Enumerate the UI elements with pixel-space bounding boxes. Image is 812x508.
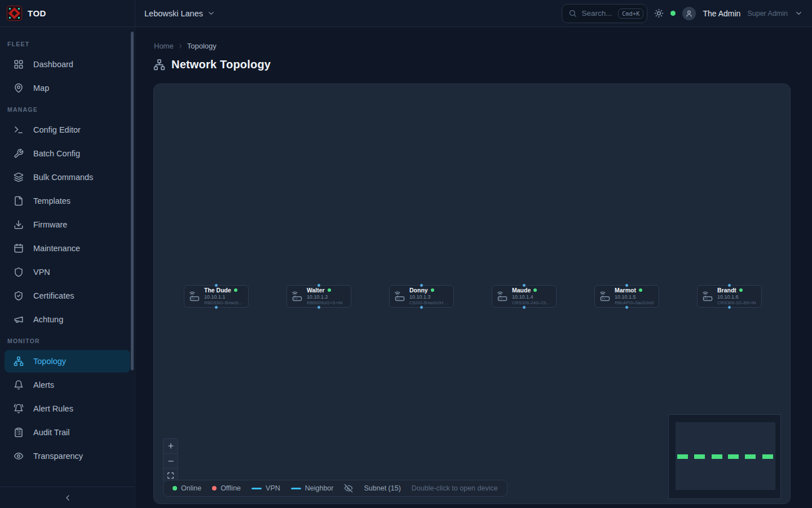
connection-handle-bottom[interactable]	[727, 305, 731, 309]
sidebar-item-achtung[interactable]: Achtung	[5, 308, 130, 331]
sidebar-item-audit-trail[interactable]: Audit Trail	[5, 421, 130, 444]
topology-node-marmot[interactable]: Marmot 10.10.1.5 RBcAPGi-5acD2nD	[594, 285, 659, 308]
minimap-node	[762, 454, 773, 459]
bell-icon	[14, 380, 24, 390]
connection-handle-bottom[interactable]	[522, 305, 526, 309]
node-model: CRS309-1G-8S+IN	[717, 300, 756, 306]
tenant-name: Lebowski Lanes	[144, 9, 203, 18]
router-icon	[394, 291, 405, 302]
offline-dot-icon	[212, 486, 217, 491]
search-input[interactable]	[581, 9, 613, 17]
sidebar-item-firmware[interactable]: Firmware	[5, 213, 130, 236]
sidebar-item-config-editor[interactable]: Config Editor	[5, 119, 130, 141]
sidebar-scrollbar[interactable]	[131, 32, 134, 370]
page-title: Network Topology	[171, 58, 271, 71]
chevron-down-icon	[795, 9, 803, 17]
sidebar-item-label: Audit Trail	[33, 428, 69, 437]
section-label-manage: MANAGE	[0, 100, 135, 117]
topology-node-walter[interactable]: Walter 10.10.1.2 RB5009UG+S+IN	[286, 285, 351, 308]
minus-icon	[167, 457, 175, 465]
connection-handle-top[interactable]	[522, 283, 526, 287]
terminal-icon	[14, 125, 24, 135]
router-icon	[292, 291, 303, 302]
node-ip: 10.10.1.4	[512, 294, 551, 300]
sidebar-item-maintenance[interactable]: Maintenance	[5, 237, 130, 260]
router-icon	[189, 291, 200, 302]
node-name: Donny	[409, 287, 428, 294]
topology-node-the-dude[interactable]: The Dude 10.10.1.1 RBD53iG-5HacD2HnD	[184, 285, 249, 308]
sidebar-item-templates[interactable]: Templates	[5, 190, 130, 212]
sidebar-item-label: Bulk Commands	[33, 173, 93, 182]
clipboard-list-icon	[14, 427, 24, 437]
search-box[interactable]: Cmd+K	[562, 4, 647, 23]
sidebar-item-label: Certificates	[33, 291, 74, 300]
sidebar-item-label: Dashboard	[33, 60, 73, 69]
node-name: Marmot	[615, 287, 636, 294]
online-status-dot	[739, 288, 743, 292]
sidebar-item-transparency[interactable]: Transparency	[5, 445, 130, 467]
breadcrumb-home[interactable]: Home	[154, 42, 174, 50]
eye-icon	[14, 451, 24, 461]
zoom-out-button[interactable]	[164, 453, 178, 468]
eye-off-icon	[344, 484, 353, 493]
node-model: CRS326-24G-2S+RM	[512, 300, 551, 306]
sidebar-item-batch-config[interactable]: Batch Config	[5, 142, 130, 165]
breadcrumb-current: Topology	[187, 42, 217, 50]
user-menu-button[interactable]	[795, 9, 803, 17]
connection-handle-top[interactable]	[727, 283, 731, 287]
sidebar-item-certificates[interactable]: Certificates	[5, 284, 130, 307]
sidebar-item-vpn[interactable]: VPN	[5, 261, 130, 283]
neighbor-line-icon	[291, 488, 301, 489]
topology-canvas[interactable]: The Dude 10.10.1.1 RBD53iG-5HacD2HnD Wal…	[153, 84, 791, 504]
sidebar-item-topology[interactable]: Topology	[5, 350, 130, 373]
connection-handle-bottom[interactable]	[214, 305, 218, 309]
user-role: Super Admin	[747, 10, 788, 17]
zoom-in-button[interactable]	[164, 439, 178, 453]
sidebar-item-label: Templates	[33, 196, 70, 205]
topology-node-donny[interactable]: Donny 10.10.1.3 C52iG-5HaxD2HaxD-US	[389, 285, 454, 308]
online-status-dot	[639, 288, 642, 292]
network-icon	[153, 59, 165, 71]
avatar[interactable]	[682, 7, 696, 20]
theme-toggle-button[interactable]	[654, 8, 664, 18]
network-icon	[14, 356, 24, 366]
sidebar-item-bulk-commands[interactable]: Bulk Commands	[5, 166, 130, 189]
sidebar-item-label: VPN	[33, 268, 50, 277]
calendar-icon	[14, 243, 24, 253]
topology-node-brandt[interactable]: Brandt 10.10.1.6 CRS309-1G-8S+IN	[697, 285, 762, 308]
sidebar-collapse-button[interactable]	[63, 493, 72, 502]
sidebar-item-label: Topology	[33, 357, 66, 366]
sidebar-item-label: Maintenance	[33, 244, 80, 253]
node-name: Brandt	[717, 287, 736, 294]
sidebar-item-map[interactable]: Map	[5, 77, 130, 99]
connection-handle-bottom[interactable]	[317, 305, 321, 309]
sidebar-item-dashboard[interactable]: Dashboard	[5, 53, 130, 76]
breadcrumb: Home Topology	[135, 27, 812, 50]
topology-node-maude[interactable]: Maude 10.10.1.4 CRS326-24G-2S+RM	[492, 285, 557, 308]
tenant-selector[interactable]: Lebowski Lanes	[144, 9, 215, 18]
breadcrumb-separator-icon	[177, 43, 184, 50]
node-name: Walter	[307, 287, 325, 294]
connection-handle-bottom[interactable]	[420, 305, 423, 309]
node-ip: 10.10.1.6	[717, 294, 756, 300]
sidebar-item-alerts[interactable]: Alerts	[5, 374, 130, 396]
online-status-dot	[328, 288, 331, 292]
wrench-icon	[14, 148, 24, 159]
sidebar-item-label: Alerts	[33, 380, 54, 389]
connection-handle-bottom[interactable]	[625, 305, 629, 309]
subnet-visibility-toggle[interactable]	[344, 484, 353, 493]
node-model: C52iG-5HaxD2HaxD-US	[409, 300, 449, 306]
connection-handle-top[interactable]	[214, 283, 218, 287]
brand-name: TOD	[28, 8, 46, 18]
connection-handle-top[interactable]	[625, 283, 629, 287]
connection-handle-top[interactable]	[420, 283, 423, 287]
topology-minimap[interactable]	[668, 414, 781, 499]
connection-handle-top[interactable]	[317, 283, 321, 287]
sidebar-item-alert-rules[interactable]: Alert Rules	[5, 397, 130, 420]
file-icon	[14, 196, 24, 206]
connection-status-dot	[670, 11, 676, 16]
node-name: The Dude	[204, 287, 231, 294]
dashboard-icon	[14, 59, 24, 69]
user-name: The Admin	[703, 9, 740, 18]
node-name: Maude	[512, 287, 531, 294]
